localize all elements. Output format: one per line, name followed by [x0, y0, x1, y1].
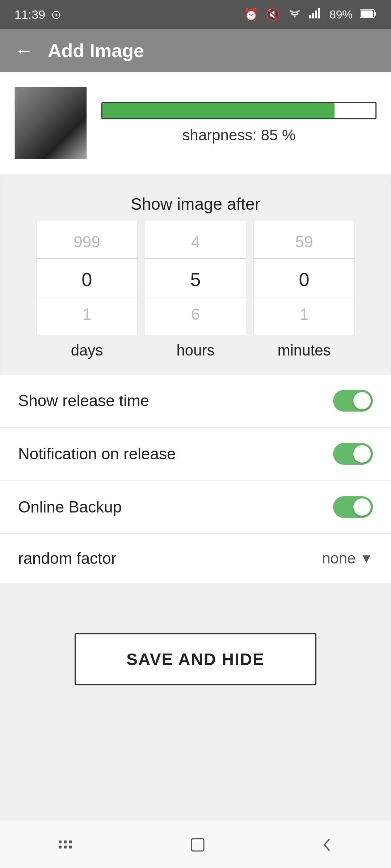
show-release-time-row: Show release time [0, 375, 391, 427]
online-backup-label: Online Backup [18, 498, 122, 516]
notification-on-release-label: Notification on release [18, 445, 176, 463]
svg-rect-1 [312, 13, 314, 18]
hours-picker-box[interactable]: 4 5 6 [145, 221, 246, 335]
days-above: 999 [37, 221, 137, 259]
svg-rect-0 [309, 15, 311, 18]
show-release-time-toggle[interactable] [333, 390, 373, 412]
svg-rect-6 [361, 10, 373, 17]
random-factor-dropdown[interactable]: none ▼ [322, 550, 373, 567]
minutes-label: minutes [277, 335, 331, 366]
minutes-picker[interactable]: 59 0 1 minutes [253, 221, 355, 366]
svg-rect-10 [59, 846, 62, 848]
time-display: 11:39 [14, 8, 45, 22]
back-nav-icon[interactable] [320, 836, 335, 854]
online-backup-row: Online Backup [0, 481, 391, 533]
random-factor-value: none [322, 550, 356, 567]
days-picker-box[interactable]: 999 0 1 [36, 221, 138, 335]
page-title: Add Image [48, 40, 144, 61]
alarm-icon: ⏰ [244, 8, 258, 21]
hours-label: hours [176, 335, 214, 366]
save-and-hide-button[interactable]: SAVE AND HIDE [75, 633, 316, 685]
sharpness-progress-bar [101, 102, 377, 119]
days-current[interactable]: 0 [37, 259, 137, 298]
chevron-down-icon: ▼ [360, 551, 373, 566]
minutes-below: 1 [254, 298, 354, 335]
days-picker[interactable]: 999 0 1 days [36, 221, 138, 366]
nav-bar [0, 821, 391, 868]
svg-rect-7 [59, 841, 62, 843]
show-image-section: Show image after 999 0 1 days 4 5 6 hour… [0, 181, 391, 373]
hours-picker[interactable]: 4 5 6 hours [145, 221, 246, 366]
sharpness-fill [102, 103, 335, 118]
notification-icon: ⊙ [51, 7, 61, 22]
show-image-title: Show image after [0, 181, 391, 221]
status-bar: 11:39 ⊙ ⏰ 🔇 89% [0, 0, 391, 29]
show-release-time-label: Show release time [18, 392, 149, 410]
svg-rect-12 [69, 846, 72, 848]
minutes-current[interactable]: 0 [254, 259, 354, 298]
online-backup-toggle[interactable] [333, 496, 373, 518]
svg-rect-13 [192, 839, 204, 851]
mute-icon: 🔇 [266, 8, 280, 21]
svg-rect-3 [318, 8, 320, 18]
image-section: sharpness: 85 % [0, 72, 391, 174]
svg-rect-11 [64, 846, 67, 848]
random-factor-row: random factor none ▼ [0, 534, 391, 583]
svg-rect-5 [375, 12, 376, 16]
battery-icon [360, 8, 377, 21]
hours-current[interactable]: 5 [145, 259, 246, 298]
sharpness-container: sharpness: 85 % [101, 102, 377, 144]
notification-on-release-toggle[interactable] [333, 443, 373, 465]
app-bar: ← Add Image [0, 29, 391, 72]
save-area: SAVE AND HIDE [0, 583, 391, 729]
wifi-icon [287, 8, 302, 21]
days-below: 1 [37, 298, 137, 335]
hours-above: 4 [145, 221, 246, 259]
notification-on-release-row: Notification on release [0, 428, 391, 480]
signal-icon [309, 8, 322, 21]
back-button[interactable]: ← [14, 40, 33, 61]
svg-rect-2 [315, 10, 317, 18]
minutes-above: 59 [254, 221, 354, 259]
toggles-section: Show release time Notification on releas… [0, 375, 391, 583]
home-icon[interactable] [189, 836, 207, 854]
sharpness-label: sharpness: 85 % [101, 127, 377, 144]
picker-row: 999 0 1 days 4 5 6 hours 59 0 1 minutes [0, 221, 391, 373]
status-left: 11:39 ⊙ [14, 7, 61, 22]
random-factor-label: random factor [18, 549, 116, 567]
image-thumbnail[interactable] [14, 87, 87, 159]
svg-rect-8 [64, 841, 67, 843]
svg-rect-9 [69, 841, 72, 843]
battery-display: 89% [329, 8, 353, 21]
days-label: days [71, 335, 103, 366]
hours-below: 6 [145, 298, 246, 335]
minutes-picker-box[interactable]: 59 0 1 [253, 221, 355, 335]
status-right: ⏰ 🔇 89% [244, 8, 377, 21]
menu-icon[interactable] [56, 838, 75, 852]
